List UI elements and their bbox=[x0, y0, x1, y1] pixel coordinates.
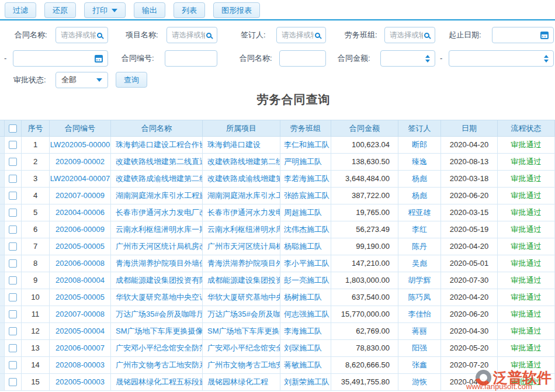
select-all-checkbox[interactable] bbox=[9, 124, 17, 133]
calendar-icon[interactable] bbox=[540, 32, 549, 39]
project-name-search-input[interactable] bbox=[167, 28, 206, 42]
export-button[interactable]: 输出 bbox=[134, 2, 165, 18]
contract-name-search-input[interactable] bbox=[56, 28, 97, 42]
cell-project[interactable]: 珠海鹤港口建设 bbox=[203, 137, 280, 154]
row-checkbox[interactable] bbox=[9, 242, 17, 251]
cell-signer[interactable]: 陈巧凤 bbox=[398, 289, 441, 306]
cell-contract-code[interactable]: 202007-00009 bbox=[50, 188, 111, 204]
cell-signer[interactable]: 胡学辉 bbox=[398, 272, 441, 289]
date-from-input[interactable] bbox=[492, 28, 540, 42]
cell-contract-code[interactable]: 202006-00007 bbox=[50, 340, 111, 357]
cell-project[interactable]: 华软大厦研究基地中央 bbox=[203, 289, 280, 306]
contract-name-text-field[interactable] bbox=[279, 50, 326, 67]
cell-project[interactable]: SM广场地下车库更换摄 bbox=[203, 323, 280, 340]
cell-contract-name[interactable]: 成都能源建设集团投资有限公司 bbox=[111, 272, 203, 289]
cell-contract-name[interactable]: 改建铁路线增建第二线直通 bbox=[111, 154, 203, 171]
search-icon[interactable] bbox=[97, 33, 102, 38]
cell-project[interactable]: 改建铁路线增建第二线 bbox=[203, 154, 280, 171]
cell-signer[interactable]: 张鑫 bbox=[398, 357, 441, 374]
cell-labor-team[interactable]: 蒋敏施工队 bbox=[280, 357, 331, 374]
signer-search-input[interactable] bbox=[277, 28, 315, 42]
calendar-icon[interactable] bbox=[95, 55, 103, 63]
amount-max-field[interactable] bbox=[449, 50, 554, 67]
date-to-input[interactable] bbox=[13, 51, 95, 65]
cell-contract-code[interactable]: 202006-00009 bbox=[50, 221, 111, 238]
cell-contract-name[interactable]: 珠海鹤港口建设工程合作协议 bbox=[111, 137, 203, 154]
cell-labor-team[interactable]: 刘新荣施工队 bbox=[280, 374, 331, 391]
row-checkbox[interactable] bbox=[9, 361, 17, 369]
row-checkbox[interactable] bbox=[9, 276, 17, 285]
cell-signer[interactable]: 吴彪 bbox=[398, 255, 441, 272]
cell-contract-name[interactable]: 万达广场35#会所及咖啡厅 bbox=[111, 306, 203, 323]
print-button[interactable]: 打印 bbox=[84, 2, 126, 18]
cell-signer[interactable]: 蒋丽 bbox=[398, 323, 441, 340]
cell-contract-name[interactable]: 华软大厦研究基地中央空调 bbox=[111, 289, 203, 306]
cell-labor-team[interactable]: 李小平施工队 bbox=[280, 255, 331, 272]
cell-project[interactable]: 长春市伊通河水力发电 bbox=[203, 204, 280, 221]
cell-contract-name[interactable]: 广安邓小平纪念馆安全防范 bbox=[111, 340, 203, 357]
cell-contract-name[interactable]: 云南水利枢纽潜明水库一期 bbox=[111, 221, 203, 238]
cell-signer[interactable]: 李红 bbox=[398, 221, 441, 238]
cell-labor-team[interactable]: 严明施工队 bbox=[280, 154, 331, 171]
cell-labor-team[interactable]: 李仁和施工队 bbox=[280, 137, 331, 154]
cell-labor-team[interactable]: 张皓宸施工队 bbox=[280, 188, 331, 204]
cell-project[interactable]: 广州市文物考古工地安 bbox=[203, 357, 280, 374]
number-stepper-icon[interactable] bbox=[544, 55, 549, 63]
labor-team-search-field[interactable] bbox=[384, 27, 435, 43]
cell-contract-name[interactable]: 青海洪湖养护院项目外墙保温 bbox=[111, 255, 203, 272]
cell-contract-code[interactable]: 202005-00005 bbox=[50, 238, 111, 255]
row-checkbox[interactable] bbox=[9, 175, 17, 183]
cell-labor-team[interactable]: 杨聪施工队 bbox=[280, 238, 331, 255]
row-checkbox[interactable] bbox=[9, 158, 17, 166]
row-checkbox[interactable] bbox=[9, 344, 17, 352]
cell-contract-code[interactable]: 202007-00008 bbox=[50, 306, 111, 323]
cell-signer[interactable]: 陈丹 bbox=[398, 238, 441, 255]
row-checkbox[interactable] bbox=[9, 310, 17, 318]
cell-signer[interactable]: 杨彪 bbox=[398, 171, 441, 188]
cell-contract-code[interactable]: 202005-00003 bbox=[50, 374, 111, 391]
graph-report-button[interactable]: 图形报表 bbox=[213, 2, 260, 18]
row-checkbox[interactable] bbox=[9, 293, 17, 301]
cell-signer[interactable]: 游恢 bbox=[398, 374, 441, 391]
cell-project[interactable]: 改建铁路成渝线增建第 bbox=[203, 171, 280, 188]
cell-contract-name[interactable]: 改建铁路成渝线增建第二线 bbox=[111, 171, 203, 188]
row-checkbox[interactable] bbox=[9, 192, 17, 200]
search-icon[interactable] bbox=[315, 33, 320, 38]
labor-team-search-input[interactable] bbox=[385, 28, 424, 42]
cell-labor-team[interactable]: 杨树施工队 bbox=[280, 289, 331, 306]
contract-no-input[interactable] bbox=[165, 51, 217, 65]
number-stepper-icon[interactable] bbox=[425, 55, 430, 63]
cell-contract-name[interactable]: 广州市天河区统计局机房改造 bbox=[111, 238, 203, 255]
date-to-field[interactable] bbox=[13, 50, 108, 67]
row-checkbox[interactable] bbox=[9, 259, 17, 268]
cell-project[interactable]: 广州市天河区统计局机 bbox=[203, 238, 280, 255]
amount-min-field[interactable] bbox=[380, 50, 435, 67]
project-name-search-field[interactable] bbox=[166, 27, 217, 43]
amount-min-input[interactable] bbox=[381, 51, 425, 65]
cell-contract-code[interactable]: 202004-00006 bbox=[50, 204, 111, 221]
contract-no-field[interactable] bbox=[165, 50, 217, 67]
cell-labor-team[interactable]: 何志强施工队 bbox=[280, 306, 331, 323]
cell-project[interactable]: 成都能源建设集团投资 bbox=[203, 272, 280, 289]
search-icon[interactable] bbox=[206, 33, 211, 38]
cell-signer[interactable]: 断郎 bbox=[398, 137, 441, 154]
cell-contract-code[interactable]: 202006-00008 bbox=[50, 255, 111, 272]
restore-button[interactable]: 还原 bbox=[44, 2, 76, 18]
cell-contract-code[interactable]: 202009-00002 bbox=[50, 154, 111, 171]
cell-project[interactable]: 云南水利枢纽潜明水库 bbox=[203, 221, 280, 238]
cell-signer[interactable]: 臻逸 bbox=[398, 154, 441, 171]
cell-contract-code[interactable]: LW202004-00007 bbox=[50, 171, 111, 188]
cell-contract-code[interactable]: 202005-00005 bbox=[50, 289, 111, 306]
row-checkbox[interactable] bbox=[9, 378, 17, 386]
cell-contract-code[interactable]: 202008-00003 bbox=[50, 357, 111, 374]
cell-project[interactable]: 广安邓小平纪念馆安全 bbox=[203, 340, 280, 357]
cell-labor-team[interactable]: 沈伟杰施工队 bbox=[280, 221, 331, 238]
row-checkbox[interactable] bbox=[9, 141, 17, 149]
cell-contract-code[interactable]: LW202005-00000 bbox=[50, 137, 111, 154]
cell-labor-team[interactable]: 彭一亮施工队 bbox=[280, 272, 331, 289]
list-button[interactable]: 列表 bbox=[174, 2, 205, 18]
cell-contract-name[interactable]: SM广场地下车库更换摄像头 bbox=[111, 323, 203, 340]
cell-project[interactable]: 湖南洞庭湖水库引水工 bbox=[203, 188, 280, 204]
row-checkbox[interactable] bbox=[9, 327, 17, 335]
cell-project[interactable]: 晟铭园林绿化工程 bbox=[203, 374, 280, 391]
